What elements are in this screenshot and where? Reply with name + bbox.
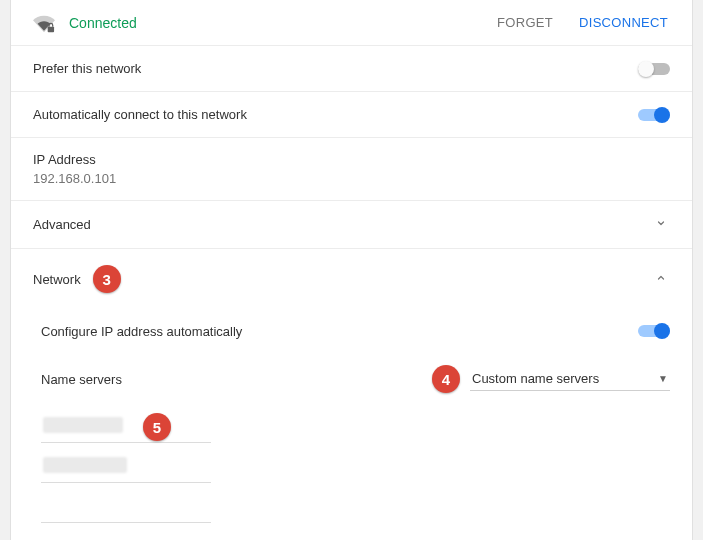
- name-server-input-4[interactable]: [41, 533, 211, 540]
- advanced-section-header[interactable]: Advanced: [11, 201, 692, 249]
- name-servers-header: Name servers 4 Custom name servers ▼: [41, 359, 692, 399]
- svg-rect-0: [48, 26, 54, 31]
- name-servers-area: Name servers 4 Custom name servers ▼ 5: [33, 359, 692, 540]
- name-servers-dropdown-value: Custom name servers: [472, 371, 658, 386]
- auto-connect-label: Automatically connect to this network: [33, 107, 638, 122]
- status-row: Connected FORGET DISCONNECT: [11, 0, 692, 46]
- dropdown-arrow-icon: ▼: [658, 373, 668, 384]
- name-server-input-3[interactable]: [41, 493, 211, 523]
- prefer-network-toggle[interactable]: [638, 61, 670, 77]
- wifi-secure-icon: [33, 12, 55, 34]
- network-label: Network: [33, 272, 81, 287]
- chevron-up-icon: [652, 272, 670, 287]
- annotation-marker-4: 4: [432, 365, 460, 393]
- annotation-marker-5: 5: [143, 413, 171, 441]
- network-section-header[interactable]: Network 3: [11, 249, 692, 309]
- chevron-down-icon: [652, 217, 670, 232]
- network-section-body: Configure IP address automatically Name …: [11, 309, 692, 540]
- ip-address-row: IP Address 192.168.0.101: [11, 138, 692, 201]
- name-servers-label: Name servers: [41, 372, 432, 387]
- forget-button[interactable]: FORGET: [495, 11, 555, 34]
- advanced-label: Advanced: [33, 217, 652, 232]
- configure-ip-auto-label: Configure IP address automatically: [41, 324, 638, 339]
- prefer-network-label: Prefer this network: [33, 61, 638, 76]
- auto-connect-row: Automatically connect to this network: [11, 92, 692, 138]
- disconnect-button[interactable]: DISCONNECT: [577, 11, 670, 34]
- ip-address-label: IP Address: [33, 152, 670, 167]
- connection-status: Connected: [69, 15, 473, 31]
- configure-ip-auto-row: Configure IP address automatically: [33, 309, 692, 353]
- name-servers-dropdown[interactable]: Custom name servers ▼: [470, 367, 670, 391]
- auto-connect-toggle[interactable]: [638, 107, 670, 123]
- configure-ip-auto-toggle[interactable]: [638, 323, 670, 339]
- name-server-inputs: 5: [41, 399, 231, 540]
- annotation-marker-3: 3: [93, 265, 121, 293]
- prefer-network-row: Prefer this network: [11, 46, 692, 92]
- network-settings-panel: Connected FORGET DISCONNECT Prefer this …: [10, 0, 693, 540]
- ip-address-value: 192.168.0.101: [33, 171, 670, 186]
